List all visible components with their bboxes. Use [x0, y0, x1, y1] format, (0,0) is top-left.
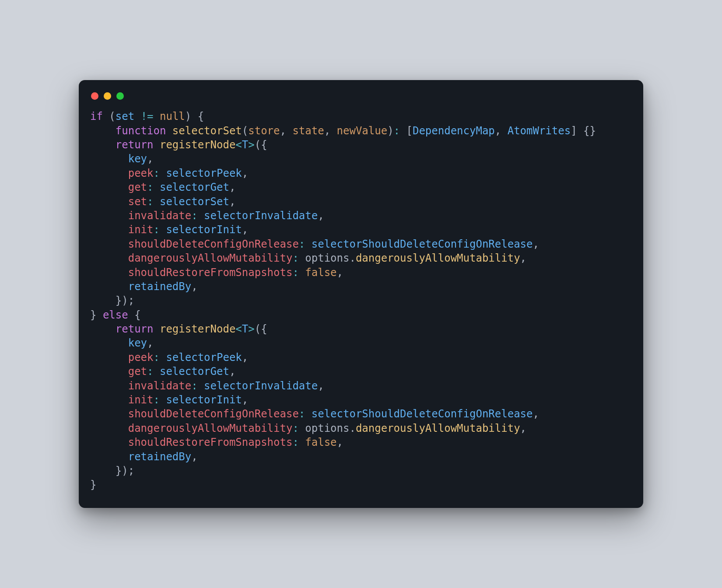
code-line: shouldDeleteConfigOnRelease: selectorSho… [90, 238, 539, 250]
token-op: : [147, 196, 153, 208]
token-id: options [305, 252, 349, 264]
token-pun [90, 280, 128, 293]
token-pun [90, 125, 116, 137]
token-op: : [191, 210, 197, 222]
token-pun: , [318, 210, 324, 222]
token-op: : [292, 252, 298, 264]
token-pun: , [495, 125, 508, 137]
token-var: set [116, 110, 134, 122]
code-line: return registerNode<T>({ [90, 323, 267, 335]
token-kw: return [116, 139, 154, 151]
token-pun [90, 323, 116, 335]
token-pun [160, 167, 166, 179]
token-pun [166, 125, 172, 137]
token-pun [90, 337, 128, 349]
token-pun: ({ [255, 139, 267, 151]
token-pun [90, 210, 128, 222]
token-var: selectorGet [160, 181, 229, 193]
code-line: shouldRestoreFromSnapshots: false, [90, 266, 343, 279]
token-prop: get [128, 365, 147, 378]
token-op: : [147, 181, 153, 193]
token-pun [160, 351, 166, 364]
token-pun [134, 110, 140, 122]
token-prop: shouldRestoreFromSnapshots [128, 436, 293, 448]
token-pun [90, 266, 128, 279]
close-icon[interactable] [91, 92, 98, 100]
token-pun: , [229, 196, 235, 208]
token-pun: . [349, 422, 355, 434]
token-var: selectorInit [166, 394, 242, 406]
token-pun [90, 181, 128, 193]
token-pun: , [242, 351, 248, 364]
minimize-icon[interactable] [104, 92, 111, 100]
token-prop: invalidate [128, 380, 192, 392]
token-pun [299, 252, 305, 264]
token-pun [154, 196, 160, 208]
token-pun: , [147, 153, 153, 165]
token-op: : [154, 394, 160, 406]
token-var: retainedBy [128, 280, 192, 293]
code-line: key, [90, 153, 154, 165]
token-op: : [147, 365, 153, 378]
token-pun: . [349, 252, 355, 264]
token-kw: return [116, 323, 154, 335]
token-op: != [141, 110, 154, 122]
code-line: set: selectorSet, [90, 196, 235, 208]
token-pun [198, 380, 204, 392]
token-pun [299, 266, 305, 279]
token-typ: AtomWrites [508, 125, 571, 137]
token-pun [299, 422, 305, 434]
token-kw: if [90, 110, 103, 122]
token-prop: invalidate [128, 210, 192, 222]
code-line: get: selectorGet, [90, 181, 235, 193]
window-traffic-lights [90, 91, 632, 109]
token-pun: , [337, 436, 343, 448]
token-var: key [128, 337, 147, 349]
code-line: key, [90, 337, 154, 349]
token-pun [90, 153, 128, 165]
token-op: < [235, 139, 242, 151]
token-pun [160, 224, 166, 236]
token-op: : [299, 238, 305, 250]
token-op: : [154, 224, 160, 236]
token-pun: ) [387, 125, 393, 137]
token-pun: , [280, 125, 293, 137]
token-fn: registerNode [160, 323, 235, 335]
token-pun: [ [400, 125, 413, 137]
code-line: function selectorSet(store, state, newVa… [90, 125, 596, 137]
code-window: if (set != null) { function selectorSet(… [79, 80, 643, 508]
token-op: > [248, 323, 254, 335]
code-line: } [90, 479, 96, 491]
token-pun: ( [242, 125, 248, 137]
token-pun: , [229, 181, 235, 193]
token-op: : [154, 167, 160, 179]
token-pun [305, 238, 311, 250]
token-pun [90, 139, 116, 151]
token-lit: false [305, 436, 336, 448]
code-line: invalidate: selectorInvalidate, [90, 380, 324, 392]
token-pun [90, 422, 128, 434]
zoom-icon[interactable] [116, 92, 124, 100]
token-op: : [154, 351, 160, 364]
token-pun [90, 451, 128, 463]
code-line: } else { [90, 309, 141, 321]
token-pun: ({ [255, 323, 267, 335]
code-line: retainedBy, [90, 280, 198, 293]
token-pun: ( [103, 110, 116, 122]
token-pun [90, 224, 128, 236]
token-pun: , [520, 252, 526, 264]
token-typ: DependencyMap [413, 125, 495, 137]
code-line: init: selectorInit, [90, 394, 248, 406]
token-pun [90, 351, 128, 364]
token-pun [154, 139, 160, 151]
code-line: shouldDeleteConfigOnRelease: selectorSho… [90, 408, 539, 420]
token-op: > [248, 139, 254, 151]
token-lit: false [305, 266, 336, 279]
token-var: selectorInvalidate [204, 380, 318, 392]
token-parm: store [248, 125, 280, 137]
token-prop: peek [128, 167, 154, 179]
code-line: peek: selectorPeek, [90, 167, 248, 179]
token-var: selectorShouldDeleteConfigOnRelease [312, 408, 533, 420]
token-pun [90, 252, 128, 264]
token-pun: , [191, 280, 197, 293]
